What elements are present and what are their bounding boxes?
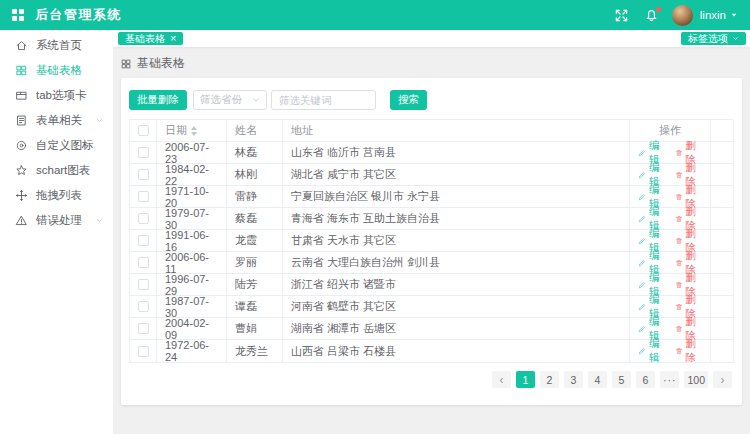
form-icon: [15, 114, 28, 127]
cell-address: 浙江省 绍兴市 诸暨市: [283, 274, 630, 295]
pagination-page-2[interactable]: 2: [540, 371, 559, 388]
sidebar-item-7[interactable]: 拖拽列表: [0, 183, 113, 208]
cell-name: 雷静: [227, 186, 283, 207]
pagination-page-5[interactable]: 5: [612, 371, 631, 388]
cell-date: 1991-06-16: [157, 230, 227, 251]
batch-delete-button[interactable]: 批量删除: [129, 90, 187, 110]
select-all-checkbox[interactable]: [138, 125, 149, 136]
cell-date: 1972-06-24: [157, 340, 227, 362]
pagination-prev-button[interactable]: ‹: [492, 371, 511, 388]
row-checkbox[interactable]: [138, 346, 149, 357]
pagination: ‹123456···100›: [129, 371, 734, 388]
pagination-page-6[interactable]: 6: [636, 371, 655, 388]
cell-date: 1984-02-22: [157, 164, 227, 185]
tab-basic-table[interactable]: 基础表格 ×: [118, 32, 183, 45]
cascades-icon: [120, 58, 132, 70]
province-select[interactable]: 筛选省份: [193, 90, 267, 110]
main-area: 基础表格 × 标签选项 基础表格 批量删除 筛选省份 搜索: [113, 30, 750, 434]
sidebar-menu: 系统首页基础表格tab选项卡表单相关自定义图标schart图表拖拽列表错误处理: [0, 30, 113, 434]
user-avatar[interactable]: [672, 5, 693, 26]
custom-icon: [15, 139, 28, 152]
cell-name: 林磊: [227, 142, 283, 163]
warning-icon: [15, 214, 28, 227]
tab-icon: [15, 89, 28, 102]
breadcrumb: 基础表格: [120, 55, 750, 72]
cell-address: 宁夏回族自治区 银川市 永宁县: [283, 186, 630, 207]
delete-button[interactable]: 删除: [675, 337, 703, 365]
cell-address: 云南省 大理白族自治州 剑川县: [283, 252, 630, 273]
cell-address: 山西省 吕梁市 石楼县: [283, 340, 630, 362]
cell-date: 1996-07-29: [157, 274, 227, 295]
home-icon: [15, 39, 28, 52]
bell-icon[interactable]: [644, 8, 659, 23]
tag-options-button[interactable]: 标签选项: [681, 32, 746, 45]
cell-name: 蔡磊: [227, 208, 283, 229]
row-checkbox[interactable]: [138, 323, 149, 334]
sidebar-item-label: 自定义图标: [36, 138, 94, 153]
sidebar-item-2[interactable]: 基础表格: [0, 58, 113, 83]
row-checkbox[interactable]: [138, 213, 149, 224]
page-title: 基础表格: [137, 55, 185, 72]
cell-address: 湖北省 咸宁市 其它区: [283, 164, 630, 185]
fullscreen-icon[interactable]: [614, 8, 629, 23]
cell-name: 罗丽: [227, 252, 283, 273]
sidebar-item-3[interactable]: tab选项卡: [0, 83, 113, 108]
pagination-page-4[interactable]: 4: [588, 371, 607, 388]
cell-date: 1979-07-30: [157, 208, 227, 229]
row-checkbox[interactable]: [138, 301, 149, 312]
row-checkbox[interactable]: [138, 191, 149, 202]
cell-name: 曹娟: [227, 318, 283, 339]
content-card: 批量删除 筛选省份 搜索 日期 姓名 地址 操作: [121, 78, 742, 405]
column-header-name: 姓名: [227, 120, 283, 141]
sidebar-item-4[interactable]: 表单相关: [0, 108, 113, 133]
search-button[interactable]: 搜索: [390, 90, 427, 110]
collapse-menu-icon[interactable]: [12, 9, 24, 21]
drag-icon: [15, 189, 28, 202]
close-icon[interactable]: ×: [170, 33, 176, 44]
sidebar-item-label: 表单相关: [36, 113, 82, 128]
sidebar-item-label: 拖拽列表: [36, 188, 82, 203]
pagination-ellipsis[interactable]: ···: [660, 371, 680, 388]
sidebar-item-label: 系统首页: [36, 38, 82, 53]
sidebar-item-1[interactable]: 系统首页: [0, 33, 113, 58]
row-checkbox[interactable]: [138, 147, 149, 158]
sidebar-item-5[interactable]: 自定义图标: [0, 133, 113, 158]
cell-date: 1971-10-20: [157, 186, 227, 207]
cell-date: 1987-07-30: [157, 296, 227, 317]
sidebar-item-6[interactable]: schart图表: [0, 158, 113, 183]
row-checkbox[interactable]: [138, 279, 149, 290]
pagination-page-1[interactable]: 1: [516, 371, 535, 388]
table-icon: [15, 64, 28, 77]
sort-carets-icon[interactable]: [191, 126, 197, 136]
caret-down-icon[interactable]: [730, 11, 738, 19]
sidebar-item-label: tab选项卡: [36, 88, 87, 103]
cell-name: 谭磊: [227, 296, 283, 317]
cell-address: 山东省 临沂市 莒南县: [283, 142, 630, 163]
chevron-down-icon: [95, 116, 104, 125]
cell-address: 甘肃省 天水市 其它区: [283, 230, 630, 251]
cell-name: 林刚: [227, 164, 283, 185]
app-title: 后台管理系统: [35, 6, 122, 24]
sidebar-item-label: schart图表: [36, 163, 90, 178]
pagination-next-button[interactable]: ›: [713, 371, 732, 388]
chevron-down-icon: [95, 216, 104, 225]
cell-address: 河南省 鹤壁市 其它区: [283, 296, 630, 317]
table-toolbar: 批量删除 筛选省份 搜索: [129, 90, 734, 110]
column-header-date[interactable]: 日期: [157, 120, 227, 141]
row-checkbox[interactable]: [138, 235, 149, 246]
row-checkbox[interactable]: [138, 257, 149, 268]
data-table: 日期 姓名 地址 操作 2006-07-23林磊山东省 临沂市 莒南县编辑删除1…: [129, 119, 734, 363]
sidebar-item-8[interactable]: 错误处理: [0, 208, 113, 233]
cell-name: 龙霞: [227, 230, 283, 251]
row-checkbox[interactable]: [138, 169, 149, 180]
edit-button[interactable]: 编辑: [638, 337, 666, 365]
cell-date: 2004-02-09: [157, 318, 227, 339]
column-header-address: 地址: [283, 120, 630, 141]
app-header: 后台管理系统 linxin: [0, 0, 750, 30]
username[interactable]: linxin: [700, 9, 726, 21]
keyword-input[interactable]: [271, 90, 376, 110]
cell-name: 陆芳: [227, 274, 283, 295]
pagination-page-3[interactable]: 3: [564, 371, 583, 388]
pagination-page-100[interactable]: 100: [684, 371, 708, 388]
tags-bar: 基础表格 × 标签选项: [113, 30, 750, 47]
